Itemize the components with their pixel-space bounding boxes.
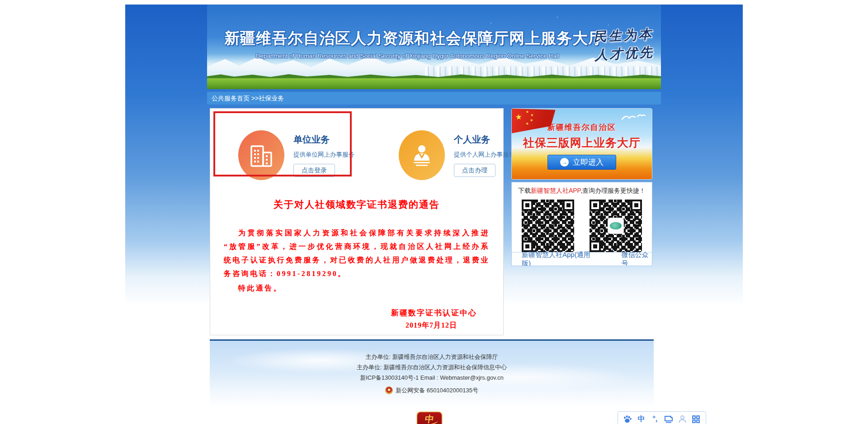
paw-icon[interactable]	[622, 414, 633, 424]
app-download-panel: 下载新疆智慧人社APP,查询办理服务更快捷！	[511, 182, 652, 266]
menu-grid-icon[interactable]	[691, 414, 702, 424]
breadcrumb-current: 社保业务	[259, 95, 284, 102]
personal-handle-button[interactable]: 点击办理	[454, 164, 495, 177]
wechat-qr-label: 微信公众号	[622, 251, 652, 267]
wechat-qr-code	[590, 200, 642, 252]
unit-login-button[interactable]: 点击登录	[293, 164, 335, 177]
refund-notice: 关于对人社领域数字证书退费的通告 为贯彻落实国家人力资源和社会保障部有关要求持续…	[210, 180, 503, 330]
promo-hall-text: 社保三版网上业务大厅	[512, 135, 652, 150]
footer-host-line-1: 主办单位: 新疆维吾尔自治区人力资源和社会保障厅	[210, 352, 654, 362]
breadcrumb: 公共服务首页 >>社保业务	[207, 92, 661, 105]
government-site-emblem[interactable]: 中	[416, 411, 443, 424]
doves-icon	[620, 112, 646, 124]
notice-paragraph: 为贯彻落实国家人力资源和社会保障部有关要求持续深入推进“放管服”改革，进一步优化…	[224, 226, 490, 281]
soft-keyboard-icon[interactable]	[663, 414, 674, 424]
notice-signature: 新疆数字证书认证中心	[224, 308, 490, 318]
personal-business-desc: 提供个人网上办事服务	[454, 151, 515, 159]
header-banner: 新疆维吾尔自治区人力资源和社会保障厅网上服务大厅 Department of H…	[207, 5, 661, 89]
unit-business-card[interactable]: 单位业务 提供单位网上办事服务 点击登录	[238, 130, 354, 180]
app-download-header: 下载新疆智慧人社APP,查询办理服务更快捷！	[512, 187, 652, 195]
building-icon	[238, 130, 284, 180]
main-panel: 单位业务 提供单位网上办事服务 点击登录	[210, 108, 504, 335]
page: 新疆维吾尔自治区人力资源和社会保障厅网上服务大厅 Department of H…	[0, 5, 868, 424]
enter-now-button[interactable]: → 立即进入	[547, 155, 616, 170]
notice-closing: 特此通告。	[224, 281, 490, 295]
personal-business-card[interactable]: 个人业务 提供个人网上办事服务 点击办理	[399, 130, 515, 180]
arrow-icon: →	[560, 158, 569, 167]
wechat-qr-logo	[608, 218, 624, 234]
unit-business-title: 单位业务	[293, 133, 354, 146]
unit-business-desc: 提供单位网上办事服务	[293, 151, 354, 159]
footer-icp-line: 新ICP备13003140号-1 Email : Webmaster@xjrs.…	[210, 372, 654, 383]
social-security-hall-banner[interactable]: ★ ★ ★ ★ ★ 新疆维吾尔自治区	[511, 108, 652, 180]
breadcrumb-home-link[interactable]: 公共服务首页	[212, 95, 250, 102]
footer-host-line-2: 主办单位: 新疆维吾尔自治区人力资源和社会保障信息中心	[210, 362, 654, 372]
punctuation-icon[interactable]: °,	[650, 414, 660, 424]
notice-date: 2019年7月12日	[224, 321, 490, 330]
page-background-band: 新疆维吾尔自治区人力资源和社会保障厅网上服务大厅 Department of H…	[125, 5, 743, 412]
app-qr-label: 新疆智慧人社App(通用版)	[522, 251, 592, 267]
slogan-calligraphy: 民生为本 人才优先	[593, 25, 655, 64]
page-footer: 主办单位: 新疆维吾尔自治区人力资源和社会保障厅 主办单位: 新疆维吾尔自治区人…	[210, 339, 654, 407]
site-title: 新疆维吾尔自治区人力资源和社会保障厅网上服务大厅	[224, 28, 590, 49]
site-subtitle-english: Department of Human Resources and Social…	[224, 52, 590, 59]
breadcrumb-separator: >>	[251, 95, 259, 102]
person-icon	[399, 130, 445, 180]
footer-police-record: 新公网安备 65010402000135号	[396, 385, 478, 395]
user-icon[interactable]	[677, 414, 688, 424]
personal-business-title: 个人业务	[454, 133, 515, 146]
grass-decoration	[207, 78, 661, 89]
app-qr-code	[522, 200, 574, 252]
police-badge-icon	[385, 386, 393, 394]
input-method-toolbar[interactable]: 中 °,	[618, 411, 706, 424]
notice-title: 关于对人社领域数字证书退费的通告	[224, 198, 490, 211]
chinese-mode-icon[interactable]: 中	[636, 414, 646, 424]
